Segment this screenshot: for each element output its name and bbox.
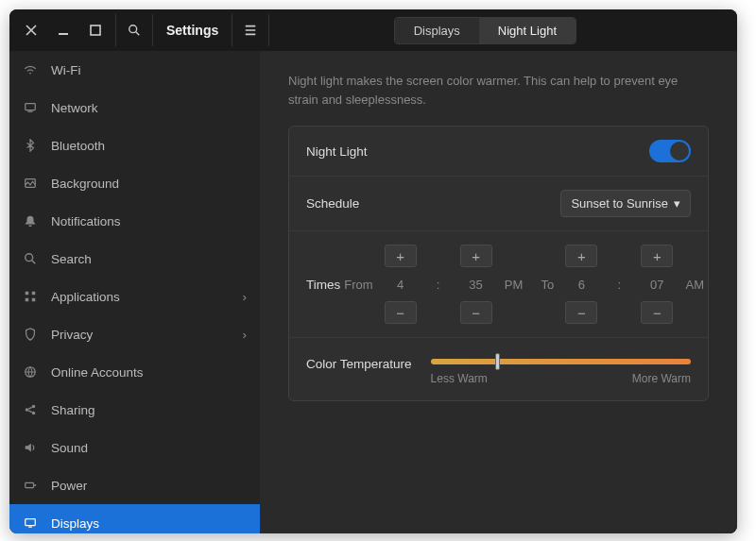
from-hour-down[interactable]: − — [385, 301, 417, 324]
titlebar: Settings Displays Night Light — [9, 9, 737, 51]
sidebar-item-label: Sound — [51, 441, 88, 455]
displays-icon — [23, 516, 38, 530]
to-label: To — [541, 278, 555, 292]
svg-rect-1 — [91, 25, 100, 35]
sidebar-item-applications[interactable]: Applications› — [9, 278, 260, 315]
sidebar-item-search[interactable]: Search — [9, 240, 260, 278]
sidebar-item-background[interactable]: Background — [9, 164, 260, 202]
settings-card: Night Light Schedule Sunset to Sunrise ▾… — [288, 126, 709, 401]
svg-rect-4 — [27, 111, 32, 112]
header-search-button[interactable] — [115, 14, 153, 46]
notifications-icon — [23, 214, 38, 228]
chevron-right-icon: › — [243, 328, 248, 342]
colon: : — [422, 271, 455, 297]
from-minute-up[interactable]: + — [460, 245, 492, 267]
svg-point-12 — [26, 408, 29, 412]
sidebar-item-label: Sharing — [51, 403, 95, 417]
sidebar-item-label: Privacy — [51, 328, 93, 342]
to-minute-value[interactable]: 07 — [641, 271, 673, 297]
svg-rect-17 — [26, 519, 36, 526]
svg-rect-10 — [32, 298, 36, 302]
to-hour-value[interactable]: 6 — [565, 271, 597, 297]
to-time-group: +6− +:− +07− +AM− — [565, 245, 711, 324]
sidebar-item-label: Applications — [51, 290, 120, 304]
color-temp-label: Color Temperature — [306, 353, 412, 371]
more-warm-label: More Warm — [632, 372, 691, 385]
to-minute-down[interactable]: − — [641, 301, 673, 324]
svg-rect-8 — [32, 292, 36, 296]
night-light-toggle[interactable] — [649, 140, 691, 162]
sidebar-item-sharing[interactable]: Sharing — [9, 391, 260, 429]
to-ampm-value[interactable]: AM — [679, 271, 711, 297]
from-hour-value[interactable]: 4 — [385, 271, 417, 297]
to-hour-up[interactable]: + — [565, 245, 597, 267]
to-minute-up[interactable]: + — [641, 245, 673, 267]
header-tabs: Displays Night Light — [394, 17, 576, 44]
sidebar-item-label: Displays — [51, 516, 99, 531]
sidebar-item-bluetooth[interactable]: Bluetooth — [9, 127, 260, 164]
online-accounts-icon — [23, 365, 38, 379]
sharing-icon — [23, 403, 38, 416]
svg-rect-16 — [34, 484, 36, 486]
sidebar-item-label: Bluetooth — [51, 139, 105, 153]
description-text: Night light makes the screen color warme… — [288, 72, 709, 109]
power-icon — [23, 479, 38, 492]
tab-displays[interactable]: Displays — [395, 18, 479, 43]
svg-rect-3 — [26, 104, 36, 110]
close-button[interactable] — [15, 14, 47, 46]
svg-point-13 — [32, 405, 36, 409]
schedule-dropdown[interactable]: Sunset to Sunrise ▾ — [560, 190, 691, 217]
sidebar-item-label: Wi-Fi — [51, 63, 80, 77]
minimize-button[interactable] — [47, 14, 79, 46]
times-label: Times — [306, 278, 340, 292]
bluetooth-icon — [23, 139, 38, 152]
sidebar-item-notifications[interactable]: Notifications — [9, 202, 260, 240]
svg-point-6 — [26, 254, 33, 262]
sidebar-item-displays[interactable]: Displays — [9, 504, 260, 533]
sidebar-item-sound[interactable]: Sound — [9, 429, 260, 466]
sidebar-item-label: Online Accounts — [51, 365, 144, 380]
svg-rect-9 — [26, 298, 29, 302]
svg-rect-18 — [28, 527, 32, 528]
maximize-button[interactable] — [79, 14, 112, 46]
from-label: From — [344, 278, 372, 292]
sidebar-item-label: Notifications — [51, 214, 121, 228]
app-title: Settings — [153, 23, 232, 38]
from-time-group: +4− +:− +35− +PM− — [385, 245, 530, 324]
hamburger-menu-button[interactable] — [232, 14, 269, 46]
svg-rect-0 — [59, 33, 68, 35]
wifi-icon — [23, 63, 38, 76]
network-icon — [23, 101, 38, 114]
row-color-temperature: Color Temperature Less Warm More Warm — [289, 337, 708, 400]
to-hour-down[interactable]: − — [565, 301, 597, 324]
sidebar-item-online-accounts[interactable]: Online Accounts — [9, 353, 260, 391]
sidebar: Wi-FiNetworkBluetoothBackgroundNotificat… — [9, 51, 260, 533]
sidebar-item-label: Background — [51, 177, 119, 191]
sidebar-item-label: Power — [51, 479, 87, 493]
from-hour-up[interactable]: + — [385, 245, 417, 267]
chevron-down-icon: ▾ — [674, 196, 680, 211]
svg-point-14 — [32, 412, 36, 415]
sound-icon — [23, 441, 38, 454]
sidebar-item-label: Search — [51, 252, 92, 266]
from-minute-value[interactable]: 35 — [460, 271, 492, 297]
from-minute-down[interactable]: − — [460, 301, 492, 324]
tab-night-light[interactable]: Night Light — [479, 18, 576, 43]
color-temp-slider[interactable] — [431, 359, 691, 364]
sidebar-item-power[interactable]: Power — [9, 466, 260, 504]
settings-window: Settings Displays Night Light Wi-FiNetwo… — [9, 9, 737, 533]
sidebar-item-network[interactable]: Network — [9, 89, 260, 127]
privacy-icon — [23, 328, 38, 341]
row-schedule: Schedule Sunset to Sunrise ▾ — [289, 176, 708, 230]
row-times: Times From +4− +:− +35− +PM− To — [289, 230, 708, 337]
svg-point-2 — [129, 25, 137, 33]
sidebar-item-privacy[interactable]: Privacy› — [9, 315, 260, 353]
from-ampm-value[interactable]: PM — [498, 271, 530, 297]
night-light-label: Night Light — [306, 144, 368, 159]
less-warm-label: Less Warm — [431, 372, 488, 385]
sidebar-item-label: Network — [51, 101, 98, 115]
svg-rect-7 — [26, 292, 29, 296]
applications-icon — [23, 290, 38, 303]
sidebar-item-wi-fi[interactable]: Wi-Fi — [9, 51, 260, 89]
search-icon — [23, 252, 38, 265]
